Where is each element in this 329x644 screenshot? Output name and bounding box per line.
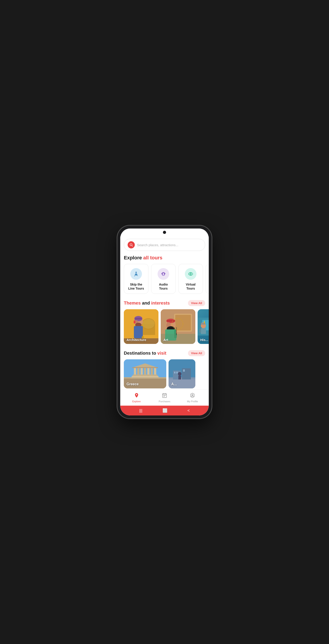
svg-point-43 — [204, 321, 205, 323]
theme-art[interactable]: Art — [161, 309, 195, 344]
svg-rect-64 — [176, 372, 178, 374]
android-back-button[interactable]: < — [188, 408, 190, 413]
destinations-view-all-button[interactable]: View All — [188, 350, 205, 356]
search-placeholder: Search places, attractions... — [137, 243, 178, 247]
svg-point-13 — [142, 319, 155, 329]
skip-line-icon-circle — [130, 268, 142, 280]
category-virtual[interactable]: VirtualTours — [178, 264, 203, 294]
svg-rect-25 — [175, 315, 191, 330]
explore-nav-icon — [134, 393, 139, 399]
bottom-nav: Explore Purchases — [120, 390, 209, 406]
svg-point-2 — [135, 272, 137, 273]
svg-point-66 — [178, 372, 181, 376]
category-audio[interactable]: AudioTours — [151, 264, 176, 294]
destinations-section: Destinations to visit View All — [120, 350, 209, 388]
audio-icon-circle — [158, 268, 169, 280]
destination-greece[interactable]: Greece — [124, 359, 166, 388]
svg-rect-53 — [144, 368, 146, 374]
virtual-label: VirtualTours — [186, 282, 195, 290]
purchases-nav-label: Purchases — [159, 400, 170, 403]
svg-line-1 — [132, 246, 133, 246]
audio-label: AudioTours — [159, 282, 168, 290]
svg-rect-55 — [151, 368, 153, 374]
destinations-title: Destinations to visit — [124, 350, 166, 356]
profile-nav-icon — [190, 393, 195, 399]
virtual-icon-circle — [185, 268, 196, 280]
greece-label: Greece — [126, 382, 139, 386]
svg-rect-51 — [137, 368, 139, 374]
svg-rect-33 — [176, 327, 177, 334]
explore-nav-label: Explore — [132, 400, 141, 403]
svg-rect-65 — [183, 370, 185, 372]
purchases-nav-icon — [162, 393, 167, 399]
history-label: His... — [200, 338, 208, 342]
svg-rect-44 — [201, 328, 206, 334]
destinations-header-row: Destinations to visit View All — [120, 350, 209, 356]
svg-rect-58 — [132, 367, 158, 368]
explore-title: Explore all tours — [124, 255, 162, 260]
destination-athens[interactable]: A... — [169, 359, 195, 388]
svg-rect-16 — [135, 318, 142, 320]
svg-point-7 — [190, 274, 191, 274]
themes-section: Themes and interests View All — [120, 300, 209, 344]
theme-cards: Architecture — [120, 309, 209, 344]
nav-my-profile[interactable]: My Profile — [179, 393, 207, 403]
svg-rect-67 — [178, 376, 181, 380]
search-icon-circle — [128, 241, 135, 248]
svg-rect-47 — [131, 377, 160, 378]
android-nav: ||| ⬜ < — [120, 406, 209, 416]
svg-rect-48 — [132, 376, 158, 377]
themes-header-row: Themes and interests View All — [120, 300, 209, 306]
phone-frame: Search places, attractions... Explore al… — [118, 226, 211, 418]
theme-history[interactable]: His... — [198, 309, 209, 344]
phone-inner: Search places, attractions... Explore al… — [120, 228, 209, 416]
nav-purchases[interactable]: Purchases — [150, 393, 178, 403]
svg-rect-19 — [134, 326, 143, 338]
svg-rect-28 — [167, 320, 175, 322]
status-bar — [120, 228, 209, 236]
theme-architecture[interactable]: Architecture — [124, 309, 158, 344]
category-group[interactable]: GroupTours — [206, 264, 209, 294]
explore-header: Explore all tours — [120, 255, 209, 261]
explore-section: Explore all tours — [120, 255, 209, 294]
svg-rect-20 — [134, 320, 135, 324]
content-area: Search places, attractions... Explore al… — [120, 236, 209, 390]
svg-rect-70 — [136, 394, 137, 395]
svg-rect-49 — [133, 374, 157, 376]
svg-rect-45 — [199, 329, 201, 333]
svg-rect-50 — [134, 368, 136, 374]
nav-explore[interactable]: Explore — [122, 393, 150, 403]
camera-notch — [163, 231, 166, 234]
category-skip-line[interactable]: Skip theLine Tours — [124, 264, 148, 294]
profile-nav-label: My Profile — [187, 400, 198, 403]
destination-cards: Greece — [120, 359, 209, 388]
search-bar[interactable]: Search places, attractions... — [124, 239, 205, 251]
svg-rect-54 — [147, 368, 150, 374]
svg-point-77 — [192, 394, 193, 396]
svg-rect-63 — [174, 372, 175, 374]
themes-view-all-button[interactable]: View All — [188, 300, 205, 306]
svg-rect-52 — [141, 368, 143, 374]
athens-label: A... — [171, 382, 177, 386]
android-home-button[interactable]: ⬜ — [162, 408, 167, 413]
svg-rect-56 — [154, 368, 156, 374]
tour-categories: Skip theLine Tours — [120, 264, 209, 294]
architecture-label: Architecture — [126, 338, 146, 342]
themes-title: Themes and interests — [124, 300, 170, 306]
android-recent-button[interactable]: ||| — [139, 408, 142, 413]
skip-line-label: Skip theLine Tours — [128, 282, 144, 290]
art-label: Art — [163, 338, 168, 342]
